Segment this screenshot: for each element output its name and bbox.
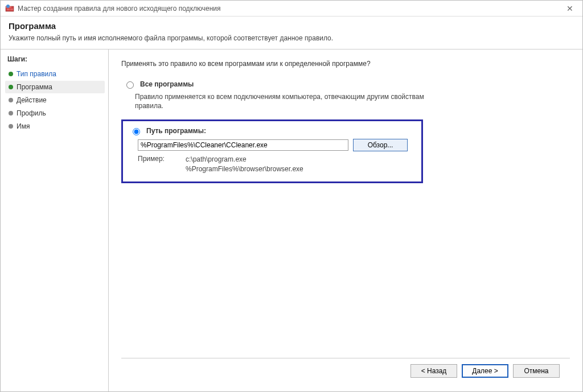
window-title: Мастер создания правила для нового исход… — [18, 5, 562, 13]
cancel-button[interactable]: Отмена — [513, 364, 560, 378]
path-example: Пример: c:\path\program.exe %ProgramFile… — [138, 155, 413, 173]
svg-rect-3 — [7, 9, 10, 10]
sidebar: Шаги: Тип правила Программа Действие Про… — [1, 49, 109, 391]
radio-all-programs[interactable] — [126, 81, 134, 89]
content-prompt: Применять это правило ко всем программам… — [121, 60, 570, 68]
bullet-icon — [9, 72, 13, 76]
step-label: Программа — [17, 83, 52, 91]
step-label: Действие — [17, 96, 47, 104]
spacer — [121, 183, 570, 358]
back-button[interactable]: < Назад — [410, 364, 457, 378]
radio-all-programs-desc: Правило применяется ко всем подключениям… — [135, 92, 431, 110]
wizard-window: Мастер создания правила для нового исход… — [0, 0, 583, 392]
page-title: Программа — [9, 21, 574, 31]
radio-all-programs-row: Все программы — [124, 80, 570, 89]
svg-point-5 — [6, 5, 10, 8]
step-name[interactable]: Имя — [5, 120, 105, 133]
close-icon[interactable]: ✕ — [562, 4, 578, 13]
browse-button[interactable]: Обзор... — [353, 139, 408, 151]
firewall-icon — [5, 4, 14, 13]
example-line1: c:\path\program.exe — [186, 155, 303, 164]
path-input-row: Обзор... — [138, 139, 413, 151]
step-label: Тип правила — [17, 70, 56, 78]
step-action[interactable]: Действие — [5, 94, 105, 106]
bullet-icon — [9, 111, 13, 115]
example-line2: %ProgramFiles%\browser\browser.exe — [186, 164, 303, 174]
next-button[interactable]: Далее > — [462, 364, 508, 378]
bullet-icon — [9, 98, 13, 102]
step-profile[interactable]: Профиль — [5, 107, 105, 119]
header: Программа Укажите полный путь и имя испо… — [1, 16, 582, 49]
svg-rect-4 — [10, 9, 13, 10]
example-label: Пример: — [138, 155, 172, 173]
footer: < Назад Далее > Отмена — [121, 358, 570, 383]
bullet-icon — [9, 85, 13, 89]
bullet-icon — [9, 124, 13, 129]
radio-program-path[interactable] — [133, 128, 140, 135]
steps-title: Шаги: — [7, 55, 108, 63]
step-program[interactable]: Программа — [5, 81, 105, 93]
program-path-section: Путь программы: Обзор... Пример: c:\path… — [121, 119, 423, 183]
step-rule-type[interactable]: Тип правила — [5, 68, 105, 80]
radio-all-programs-label: Все программы — [140, 80, 194, 88]
page-subtitle: Укажите полный путь и имя исполняемого ф… — [9, 34, 574, 42]
body: Шаги: Тип правила Программа Действие Про… — [1, 49, 582, 391]
steps-list: Тип правила Программа Действие Профиль И… — [5, 68, 108, 133]
step-label: Профиль — [17, 109, 46, 117]
main-content: Применять это правило ко всем программам… — [109, 49, 582, 391]
radio-path-row: Путь программы: — [130, 127, 413, 135]
example-values: c:\path\program.exe %ProgramFiles%\brows… — [186, 155, 303, 173]
titlebar: Мастер создания правила для нового исход… — [1, 1, 582, 16]
step-label: Имя — [17, 122, 30, 130]
program-path-input[interactable] — [138, 139, 348, 151]
radio-program-path-label: Путь программы: — [146, 127, 206, 135]
